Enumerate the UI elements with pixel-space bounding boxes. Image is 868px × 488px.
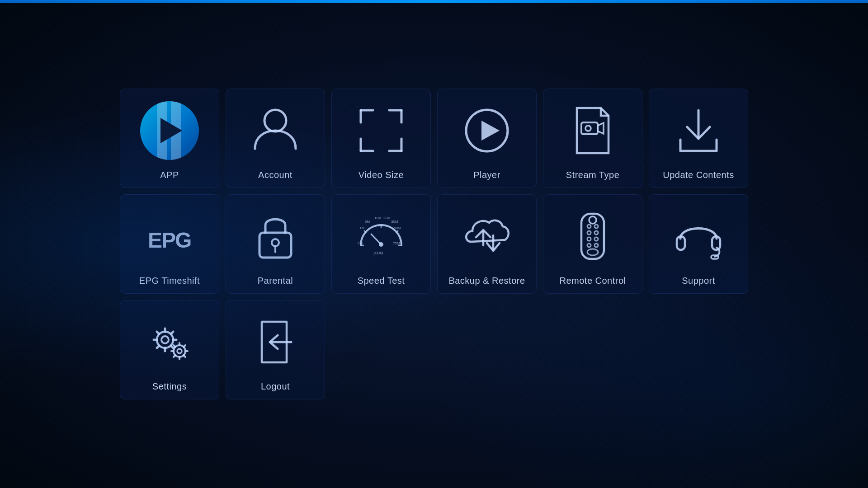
tile-epg-label: EPG Timeshift xyxy=(139,276,200,286)
svg-text:100M: 100M xyxy=(373,251,383,255)
settings-icon xyxy=(125,310,214,374)
remote-control-icon xyxy=(548,204,637,268)
svg-text:0M: 0M xyxy=(358,241,363,245)
tile-parental[interactable]: Parental xyxy=(226,194,325,294)
svg-text:75M: 75M xyxy=(393,241,400,245)
svg-point-43 xyxy=(594,237,598,241)
tile-speed-test[interactable]: 0M 1M 5M 10M 20M 30M 50M 75M 100M Speed … xyxy=(331,194,431,294)
tile-update-contents[interactable]: Update Contents xyxy=(649,89,748,188)
tile-support-label: Support xyxy=(682,276,715,286)
tile-parental-label: Parental xyxy=(258,276,293,286)
svg-rect-16 xyxy=(259,233,291,258)
update-contents-icon xyxy=(654,98,743,163)
svg-text:1M: 1M xyxy=(359,226,364,230)
svg-rect-37 xyxy=(581,214,604,259)
app-icon xyxy=(125,98,214,163)
tile-backup-restore[interactable]: Backup & Restore xyxy=(437,194,537,294)
player-icon xyxy=(442,98,532,163)
video-size-icon xyxy=(336,98,426,163)
svg-point-0 xyxy=(264,110,286,131)
svg-line-57 xyxy=(157,332,159,334)
svg-point-38 xyxy=(587,225,591,228)
svg-point-44 xyxy=(587,244,591,247)
epg-icon: EPG xyxy=(125,204,214,268)
svg-point-47 xyxy=(587,249,598,255)
tile-app-label: APP xyxy=(160,170,179,180)
svg-text:50M: 50M xyxy=(394,226,401,230)
svg-line-58 xyxy=(171,346,173,348)
tile-speed-test-label: Speed Test xyxy=(358,276,405,286)
backup-restore-icon xyxy=(442,204,532,268)
empty-tile-3 xyxy=(543,300,642,399)
empty-tile-1 xyxy=(331,300,431,399)
settings-grid: APP Account Video Size xyxy=(102,61,766,427)
tile-player[interactable]: Player xyxy=(437,89,537,188)
svg-point-39 xyxy=(594,225,598,228)
svg-marker-10 xyxy=(481,121,500,141)
svg-point-13 xyxy=(585,126,591,131)
empty-tile-4 xyxy=(649,300,748,399)
tile-epg-timeshift[interactable]: EPG EPG Timeshift xyxy=(120,194,219,294)
tile-stream-type[interactable]: Stream Type xyxy=(543,89,642,188)
tile-video-size-label: Video Size xyxy=(359,170,404,180)
tile-player-label: Player xyxy=(473,170,500,180)
tile-stream-type-label: Stream Type xyxy=(566,170,620,180)
tile-backup-restore-label: Backup & Restore xyxy=(448,276,525,286)
svg-point-17 xyxy=(272,239,279,246)
svg-point-33 xyxy=(379,242,383,247)
speed-test-icon: 0M 1M 5M 10M 20M 30M 50M 75M 100M xyxy=(336,204,426,268)
svg-text:30M: 30M xyxy=(391,220,398,224)
account-icon xyxy=(231,98,320,163)
svg-point-40 xyxy=(587,231,591,235)
svg-line-59 xyxy=(171,332,173,334)
support-icon xyxy=(654,204,743,268)
empty-tile-2 xyxy=(437,300,537,399)
svg-point-41 xyxy=(594,231,598,235)
tile-logout-label: Logout xyxy=(261,381,290,392)
svg-text:20M: 20M xyxy=(383,216,391,220)
svg-point-45 xyxy=(594,244,598,247)
tile-video-size[interactable]: Video Size xyxy=(331,89,431,188)
svg-point-46 xyxy=(589,216,596,224)
tile-update-contents-label: Update Contents xyxy=(663,170,734,180)
svg-text:5M: 5M xyxy=(365,220,370,224)
svg-line-68 xyxy=(184,355,185,357)
svg-line-69 xyxy=(184,345,185,347)
svg-point-52 xyxy=(161,336,169,343)
stream-type-icon xyxy=(548,98,637,163)
svg-text:EPG: EPG xyxy=(148,228,191,252)
logout-icon xyxy=(231,310,320,374)
parental-icon xyxy=(231,204,320,268)
svg-line-67 xyxy=(174,345,175,347)
tile-settings[interactable]: Settings xyxy=(120,300,219,399)
tile-account[interactable]: Account xyxy=(226,89,325,188)
tile-app[interactable]: APP xyxy=(120,89,219,188)
svg-point-42 xyxy=(587,237,591,241)
svg-rect-11 xyxy=(581,122,598,134)
tile-remote-control[interactable]: Remote Control xyxy=(543,194,642,294)
tile-settings-label: Settings xyxy=(152,381,187,392)
svg-line-70 xyxy=(174,355,175,357)
tile-logout[interactable]: Logout xyxy=(226,300,325,399)
tile-remote-control-label: Remote Control xyxy=(559,276,626,286)
svg-text:10M: 10M xyxy=(374,216,382,220)
tile-account-label: Account xyxy=(258,170,292,180)
svg-line-60 xyxy=(157,346,159,348)
tile-support[interactable]: Support xyxy=(649,194,748,294)
